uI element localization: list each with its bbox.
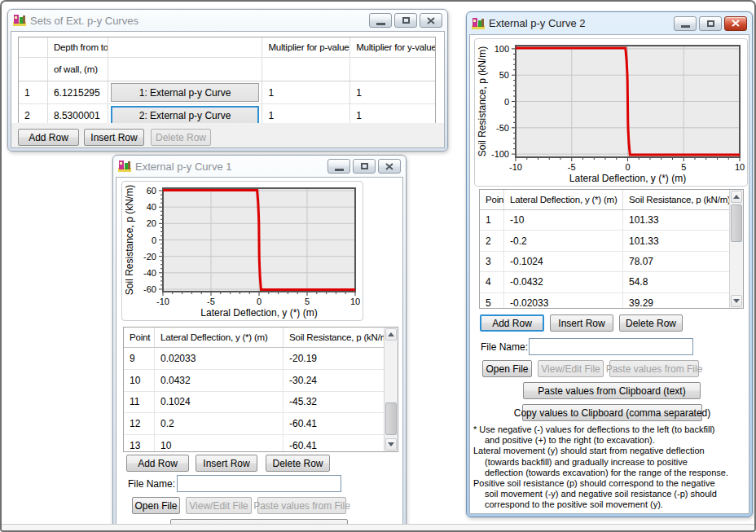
table-cell[interactable]: -60.41	[284, 413, 385, 434]
table-cell[interactable]: 10	[124, 370, 155, 391]
scroll-thumb[interactable]	[385, 402, 397, 435]
paste-values-from-file-button: Paste values from File	[257, 497, 346, 514]
window-external-py-curve-2: External p-y Curve 2 -10-50510-100-50050…	[466, 11, 753, 517]
open-curve-2-button[interactable]: 2: External p-y Curve	[111, 106, 259, 125]
table-cell[interactable]: 0.02033	[155, 348, 284, 369]
maximize-button[interactable]	[699, 16, 722, 31]
table-scrollbar[interactable]	[384, 328, 398, 451]
close-button[interactable]	[724, 16, 747, 31]
py-curve-chart: -10-50510-60-40-200204060Lateral Deflect…	[124, 183, 361, 319]
insert-row-button[interactable]: Insert Row	[550, 314, 613, 332]
table-cell[interactable]: -45.32	[284, 392, 385, 413]
maximize-button[interactable]	[394, 13, 417, 28]
scroll-thumb[interactable]	[731, 204, 742, 242]
titlebar[interactable]: External p-y Curve 2	[467, 12, 752, 34]
add-row-button[interactable]: Add Row	[126, 455, 189, 472]
table-cell[interactable]: 54.8	[623, 272, 730, 292]
add-row-button[interactable]: Add Row	[18, 129, 79, 146]
table-body: 1-10101.332-0.2101.333-0.102478.074-0.04…	[480, 210, 743, 309]
header-blank	[19, 58, 48, 81]
table-cell[interactable]: 101.33	[623, 210, 730, 230]
table-cell[interactable]: -0.02033	[504, 293, 623, 309]
open-file-button[interactable]: Open File	[482, 360, 532, 377]
svg-text:5: 5	[305, 297, 310, 306]
points-table: Point Lateral Deflection, y (*) (m) Soil…	[123, 327, 398, 452]
footer-strip: Add Row Insert Row Delete Row	[11, 123, 444, 147]
table-row: 110.1024-45.32	[124, 392, 398, 414]
file-name-input[interactable]	[177, 475, 341, 492]
window-title: Sets of Ext. p-y Curves	[30, 15, 369, 27]
titlebar[interactable]: External p-y Curve 1	[113, 156, 406, 177]
table-cell[interactable]: 11	[124, 392, 155, 413]
open-curve-1-button[interactable]: 1: External p-y Curve	[111, 83, 259, 102]
table-cell[interactable]: 39.29	[623, 293, 730, 309]
minimize-icon	[681, 25, 690, 28]
table-cell[interactable]: 0.2	[155, 413, 284, 434]
table-row: 1 6.1215295 1: External p-y Curve 1 1	[19, 81, 435, 104]
table-cell[interactable]: 0.0432	[155, 370, 284, 391]
header-resistance: Soil Resistance, p (kN/m)	[623, 190, 730, 209]
app-icon	[472, 17, 485, 30]
depth-cell[interactable]: 6.1215295	[48, 81, 108, 103]
note-line: correspond to the positive soil movement…	[473, 499, 747, 510]
maximize-button[interactable]	[353, 159, 376, 174]
client-area: -10-50510-100-50050100Lateral Deflection…	[469, 34, 749, 514]
close-button[interactable]	[378, 159, 401, 174]
table-header-row: Depth from top Multiplier for p-value Mu…	[19, 37, 435, 58]
table-cell[interactable]: 5	[480, 293, 504, 309]
open-file-button[interactable]: Open File	[132, 497, 180, 514]
delete-row-button[interactable]: Delete Row	[266, 455, 330, 472]
mult-p-cell[interactable]: 1	[262, 81, 350, 103]
minimize-button[interactable]	[327, 159, 350, 174]
header-point: Point	[124, 328, 155, 347]
insert-row-button[interactable]: Insert Row	[196, 455, 257, 472]
table-cell[interactable]: -0.1024	[504, 252, 623, 271]
table-cell[interactable]: 0.1024	[155, 392, 284, 413]
table-cell[interactable]: 13	[124, 435, 155, 452]
add-row-button[interactable]: Add Row	[480, 314, 544, 332]
table-cell[interactable]: 101.33	[623, 231, 730, 250]
minimize-button[interactable]	[674, 16, 697, 31]
copy-values-to-clipboard-button[interactable]: Copy values to Clipboard (comma separate…	[522, 404, 702, 421]
scroll-up-button[interactable]	[385, 328, 397, 341]
note-line: soil movement (-y) and negative soil res…	[473, 489, 747, 499]
table-cell[interactable]: -0.2	[504, 231, 623, 250]
header-mult-y: Multiplier for y-value	[350, 37, 435, 57]
table-cell[interactable]: 2	[480, 231, 504, 250]
svg-text:-20: -20	[143, 252, 156, 262]
header-point: Point	[480, 190, 504, 209]
close-icon	[732, 20, 740, 27]
titlebar[interactable]: Sets of Ext. p-y Curves	[8, 10, 447, 31]
sets-table: Depth from top Multiplier for p-value Mu…	[18, 37, 436, 127]
app-icon	[118, 160, 131, 173]
table-cell[interactable]: 12	[124, 413, 155, 434]
table-cell[interactable]: -60.41	[284, 435, 385, 452]
minimize-button[interactable]	[369, 13, 392, 28]
insert-row-button[interactable]: Insert Row	[84, 129, 144, 146]
delete-row-button[interactable]: Delete Row	[619, 314, 683, 332]
table-cell[interactable]: -0.0432	[504, 272, 623, 292]
table-cell[interactable]: 10	[155, 435, 284, 452]
table-cell[interactable]: -10	[504, 210, 623, 230]
file-name-input[interactable]	[529, 338, 693, 355]
paste-values-from-clipboard-button[interactable]: Paste values from Clipboard (text)	[523, 382, 701, 399]
arrow-up-icon	[388, 332, 394, 336]
scroll-up-button[interactable]	[731, 191, 742, 203]
scroll-down-button[interactable]	[731, 295, 742, 307]
header-mult-p: Multiplier for p-value	[262, 37, 350, 57]
table-cell[interactable]: 1	[480, 210, 504, 230]
table-scrollbar[interactable]	[729, 190, 743, 308]
scroll-down-button[interactable]	[385, 438, 397, 451]
app-icon	[13, 14, 26, 27]
table-cell[interactable]: 4	[480, 272, 504, 292]
table-header-row: Point Lateral Deflection, y (*) (m) Soil…	[124, 328, 398, 348]
table-cell[interactable]: 78.07	[623, 252, 730, 271]
arrow-down-icon	[733, 299, 740, 303]
window-sets-of-ext-py-curves: Sets of Ext. p-y Curves Depth from top M…	[7, 9, 448, 152]
mult-y-cell[interactable]: 1	[350, 81, 435, 103]
table-cell[interactable]: -20.19	[284, 348, 385, 369]
table-cell[interactable]: 3	[480, 252, 504, 271]
table-cell[interactable]: -30.24	[284, 370, 385, 391]
table-cell[interactable]: 9	[124, 348, 155, 369]
close-button[interactable]	[420, 13, 442, 28]
